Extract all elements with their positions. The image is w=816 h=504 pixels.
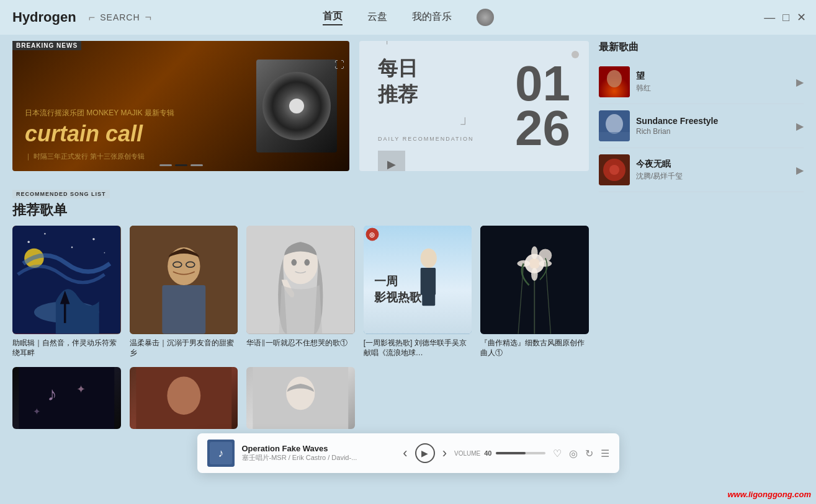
rec-section-badge: RECOMMENDED SONG LIST <box>12 190 110 198</box>
banner-dot-1[interactable] <box>159 164 172 166</box>
playlist-item-2[interactable]: 温柔暴击｜沉溺于男友音的甜蜜乡 <box>130 226 238 358</box>
song-name-2: Sundance Freestyle <box>636 116 790 126</box>
playlist-grid: 助眠辑｜自然音，伴灵动乐符萦绕耳畔 <box>12 226 589 358</box>
svg-point-6 <box>104 252 105 254</box>
playlist-item-8[interactable] <box>246 367 355 433</box>
volume-section: VOLUME 40 <box>454 449 545 457</box>
song-thumb-1 <box>599 66 630 97</box>
svg-text:✦: ✦ <box>76 382 86 396</box>
top-banners: BREAKING NEWS 日本流行摇滚乐团 MONKEY MAJIK 最新专辑… <box>12 41 589 177</box>
playlist-name-4: [一周影视热歌] 刘德华联手吴京献唱《流浪地球… <box>364 338 472 359</box>
svg-text:♪: ♪ <box>218 447 223 459</box>
volume-fill <box>496 452 526 454</box>
daily-play-icon[interactable]: ▶ <box>378 151 474 171</box>
banner-subtitle: 日本流行摇滚乐团 MONKEY MAJIK 最新专辑 <box>25 108 337 118</box>
song-item-1[interactable]: 望 韩红 ▶ <box>599 60 804 104</box>
svg-point-39 <box>539 249 552 262</box>
svg-point-4 <box>44 233 46 235</box>
maximize-button[interactable]: □ <box>782 12 789 23</box>
playlist-item-5[interactable]: 『曲作精选』细数古风圈原创作曲人① <box>480 226 589 358</box>
thumb-canvas-8 <box>246 367 355 429</box>
svg-text:一周: 一周 <box>374 275 398 288</box>
minimize-button[interactable]: — <box>764 12 775 23</box>
daily-dot <box>572 51 579 58</box>
repeat-button[interactable]: ↻ <box>585 448 593 459</box>
song-item-3[interactable]: 今夜无眠 沈腾/易烊千玺 ▶ <box>599 148 804 192</box>
daily-recommendation[interactable]: 「 每日 推荐 」 DAILY RECOMMENDATION ▶ 01 26 <box>359 41 589 171</box>
close-button[interactable]: ✕ <box>797 12 806 23</box>
breaking-news-badge: BREAKING NEWS <box>12 41 81 50</box>
banner-dot-2[interactable] <box>175 164 187 166</box>
svg-point-56 <box>609 165 619 175</box>
player-bar: ♪ Operation Fake Waves 塞壬唱片-MSR / Erik C… <box>197 433 619 473</box>
playlist-button[interactable]: ☰ <box>601 448 609 459</box>
playlist-item-7[interactable] <box>130 367 238 433</box>
svg-rect-53 <box>599 132 630 141</box>
playlist-thumb-7 <box>130 367 238 429</box>
daily-title-line2: 推荐 <box>378 82 474 106</box>
left-section: BREAKING NEWS 日本流行摇滚乐团 MONKEY MAJIK 最新专辑… <box>12 41 589 498</box>
next-button[interactable]: › <box>442 445 447 461</box>
svg-point-3 <box>27 241 29 242</box>
player-song-artist: 塞壬唱片-MSR / Erik Castro / David-... <box>242 453 396 462</box>
svg-rect-8 <box>64 301 66 323</box>
playlist-item-1[interactable]: 助眠辑｜自然音，伴灵动乐符萦绕耳畔 <box>12 226 121 358</box>
song-info-1: 望 韩红 <box>636 71 790 94</box>
nav-cloud[interactable]: 云盘 <box>367 11 387 25</box>
daily-title-line1: 每日 <box>378 56 474 80</box>
player-extra-controls: ♡ ◎ ↻ ☰ <box>553 448 609 459</box>
right-section: 最新歌曲 望 韩红 <box>599 41 804 498</box>
playlist-item-3[interactable]: 华语‖一听就忍不住想哭的歌① <box>246 226 355 358</box>
svg-rect-40 <box>19 367 114 429</box>
play-icon: ▶ <box>421 448 428 458</box>
svg-text:影视热歌: 影视热歌 <box>374 291 422 304</box>
svg-point-23 <box>420 249 436 268</box>
favorite-button[interactable]: ♡ <box>553 448 562 459</box>
svg-point-45 <box>167 377 200 415</box>
playlist-thumb-8 <box>246 367 355 429</box>
song-play-3[interactable]: ▶ <box>796 164 804 176</box>
playlist-item-6[interactable]: ♪ ✦ ✦ <box>12 367 121 433</box>
fullscreen-icon[interactable]: ⛶ <box>334 60 344 71</box>
dislike-button[interactable]: ◎ <box>569 448 578 459</box>
song-item-2[interactable]: Sundance Freestyle Rich Brian ▶ <box>599 104 804 148</box>
daily-day: 01 <box>515 61 570 106</box>
bracket-close: 」 <box>459 108 474 128</box>
playlist-name-5: 『曲作精选』细数古风圈原创作曲人① <box>480 338 589 359</box>
prev-button[interactable]: ‹ <box>403 445 407 461</box>
playlist-item-4[interactable]: ◎ 一周 影视热歌 [一周影视热歌 <box>364 226 472 358</box>
volume-label: VOLUME <box>454 450 480 457</box>
song-name-1: 望 <box>636 71 790 82</box>
search-bar[interactable]: ⌐ SEARCH ¬ <box>89 11 151 24</box>
nav-center: 首页 云盘 我的音乐 <box>323 9 494 26</box>
playlist-thumb-6: ♪ ✦ ✦ <box>12 367 121 429</box>
svg-point-35 <box>531 246 537 259</box>
nav-mymusic[interactable]: 我的音乐 <box>412 11 452 25</box>
song-play-2[interactable]: ▶ <box>796 120 804 132</box>
svg-rect-26 <box>433 268 436 295</box>
svg-point-36 <box>531 268 537 281</box>
playlist-name-2: 温柔暴击｜沉溺于男友音的甜蜜乡 <box>130 338 238 359</box>
player-info: Operation Fake Waves 塞壬唱片-MSR / Erik Cas… <box>242 444 396 462</box>
search-label: SEARCH <box>100 12 140 22</box>
svg-point-7 <box>71 247 73 249</box>
thumb-canvas-6: ♪ ✦ ✦ <box>12 367 121 429</box>
song-play-1[interactable]: ▶ <box>796 76 804 88</box>
rec-section-title: 推荐歌单 <box>12 201 589 219</box>
user-avatar[interactable] <box>477 9 494 26</box>
volume-bar[interactable] <box>496 452 545 454</box>
play-button[interactable]: ▶ <box>415 443 435 463</box>
banner-title: curtain call <box>25 121 337 147</box>
playlist-thumb-3 <box>246 226 355 334</box>
svg-point-50 <box>607 70 622 87</box>
banner-card[interactable]: 日本流行摇滚乐团 MONKEY MAJIK 最新专辑 curtain call … <box>12 41 349 171</box>
playlist-thumb-4: ◎ 一周 影视热歌 <box>364 226 472 334</box>
volume-value: 40 <box>484 449 491 457</box>
song-name-3: 今夜无眠 <box>636 159 790 170</box>
svg-point-34 <box>529 258 540 268</box>
daily-date-num: 26 <box>515 106 570 151</box>
nav-home[interactable]: 首页 <box>323 10 343 25</box>
watermark: www.ligonggong.com <box>727 490 811 499</box>
latest-songs-title: 最新歌曲 <box>599 41 804 54</box>
banner-dot-3[interactable] <box>191 164 203 166</box>
